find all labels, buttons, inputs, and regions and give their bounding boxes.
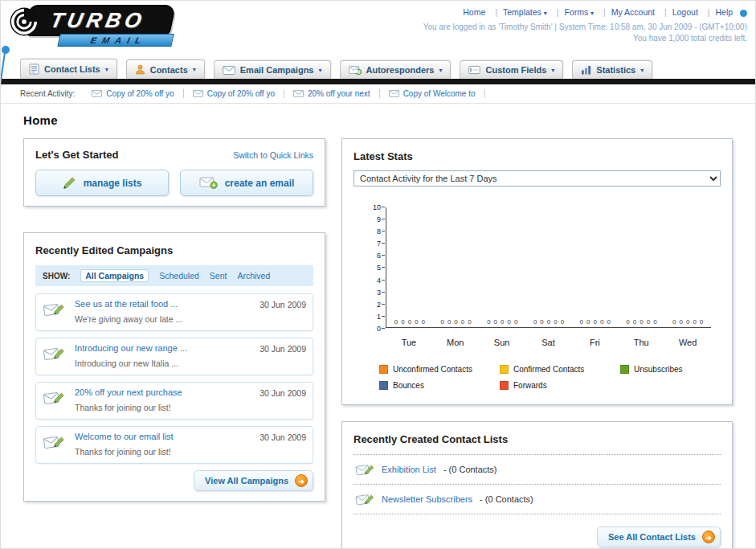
campaign-row: Introducing our new range ... Introducin… (35, 338, 313, 375)
top-nav-forms[interactable]: Forms ▾ (550, 7, 594, 17)
campaign-title-link[interactable]: 20% off your next purchase (75, 387, 251, 397)
chart-x-labels: TueMonSunSatFriThuWed (386, 338, 711, 347)
tab-email-campaigns[interactable]: Email Campaigns ▾ (214, 60, 331, 79)
bar-value-label: 0 (468, 318, 471, 326)
left-column: Let's Get Started Switch to Quick Links … (23, 138, 325, 502)
bar-group: 00000 (433, 318, 480, 326)
logo-swirl-icon (9, 6, 39, 37)
top-nav-home[interactable]: Home (463, 7, 485, 17)
activity-link[interactable]: Copy of 20% off yo (207, 89, 275, 98)
y-tick-label: 2 (370, 301, 386, 309)
campaign-title-link[interactable]: See us at the retail food ... (75, 299, 251, 309)
tab-custom-fields[interactable]: Custom Fields ▾ (460, 60, 563, 79)
contact-list-count: - (0 Contacts) (443, 465, 497, 474)
campaign-date: 30 Jun 2009 (259, 344, 306, 370)
main-content: Home Let's Get Started Switch to Quick L… (1, 104, 755, 549)
recent-activity-label: Recent Activity: (20, 89, 75, 98)
edit-list-icon (355, 461, 374, 477)
legend-label: Unconfirmed Contacts (393, 365, 472, 374)
tab-label: Email Campaigns (240, 65, 314, 75)
activity-link[interactable]: 20% off your next (308, 89, 370, 98)
filter-all-campaigns[interactable]: All Campaigns (80, 269, 149, 282)
contact-list-row: Exhibition List - (0 Contacts) (353, 454, 721, 484)
tab-contacts[interactable]: Contacts ▾ (126, 59, 205, 79)
campaigns-filter-bar: SHOW: All Campaigns Scheduled Sent Archi… (35, 265, 313, 286)
bar-value-label: 0 (607, 318, 610, 326)
top-nav-my-account[interactable]: My Account (596, 7, 655, 17)
contact-list-link[interactable]: Exhibition List (382, 465, 436, 474)
create-an-email-button[interactable]: create an email (180, 170, 313, 196)
tab-contact-lists[interactable]: Contact Lists ▾ (20, 59, 117, 79)
bar-value-label: 0 (700, 318, 703, 326)
filter-sent[interactable]: Sent (210, 271, 227, 281)
campaign-title-link[interactable]: Welcome to our email list (75, 432, 251, 441)
custom-fields-icon (468, 65, 480, 75)
manage-lists-button[interactable]: manage lists (35, 170, 169, 196)
email-icon (92, 90, 102, 97)
campaign-subtitle: Thanks for joining our list! (75, 447, 171, 457)
bar-group: 00000 (479, 318, 525, 326)
page: TURBO EMAIL Home Templates ▾ Forms ▾ My … (0, 0, 756, 549)
tab-autoresponders[interactable]: Autoresponders ▾ (340, 60, 452, 79)
filter-archived[interactable]: Archived (237, 271, 270, 281)
bar-value-label: 0 (686, 318, 689, 326)
recent-activity-item[interactable]: Copy of Welcome to (380, 89, 485, 98)
top-nav-templates[interactable]: Templates ▾ (488, 7, 547, 17)
campaign-subtitle: Thanks for joining our list! (75, 403, 171, 412)
bar-value-label: 0 (508, 318, 511, 326)
activity-link[interactable]: Copy of 20% off yo (106, 89, 174, 98)
edit-mail-icon (43, 387, 67, 414)
legend-item: Confirmed Contacts (500, 365, 620, 374)
top-nav-help[interactable]: Help (701, 7, 733, 17)
recent-activity-item[interactable]: Copy of 20% off yo (184, 89, 284, 98)
see-all-contact-lists-button[interactable]: See All Contact Lists ➜ (597, 526, 721, 547)
bar-value-label: 0 (586, 318, 590, 326)
legend-swatch (620, 365, 629, 374)
stats-period-select[interactable]: Contact Activity for the Last 7 Days (353, 170, 721, 186)
turbo-email-logo[interactable]: TURBO EMAIL (9, 5, 173, 52)
bar-value-label: 0 (454, 318, 457, 326)
top-nav-logout[interactable]: Logout (657, 7, 698, 17)
activity-link[interactable]: Copy of Welcome to (403, 89, 476, 98)
chart-plot-area: 00000000000000000000000000000000000 (386, 207, 711, 328)
tab-label: Statistics (596, 65, 635, 75)
statistics-icon (581, 65, 591, 75)
chevron-down-icon: ▾ (439, 67, 442, 74)
edit-mail-icon (43, 299, 67, 326)
switch-to-quick-links-link[interactable]: Switch to Quick Links (233, 150, 313, 160)
x-axis-label: Sat (525, 338, 572, 347)
campaign-subtitle: We're giving away our late ... (75, 314, 182, 324)
recent-activity-item[interactable]: Copy of 20% off yo (83, 89, 183, 98)
view-all-campaigns-button[interactable]: View All Campaigns ➜ (194, 470, 313, 491)
bar-value-label: 0 (554, 318, 557, 326)
arrow-right-icon: ➜ (295, 474, 308, 487)
edit-mail-icon (43, 343, 67, 370)
x-axis-label: Sun (479, 338, 525, 347)
y-tick-label: 8 (370, 227, 386, 236)
contact-list-count: - (0 Contacts) (480, 494, 533, 504)
get-started-title: Let's Get Started (35, 149, 119, 161)
logo-text: TURBO EMAIL (27, 5, 173, 47)
page-title: Home (23, 113, 733, 127)
bar-value-label: 0 (494, 318, 497, 326)
bar-value-label: 0 (533, 318, 537, 326)
x-axis-label: Fri (571, 338, 618, 347)
campaign-subtitle: Introducing our new Italia ... (75, 358, 178, 368)
filter-scheduled[interactable]: Scheduled (159, 271, 199, 281)
nav-divider-bar (1, 79, 755, 84)
contact-list-link[interactable]: Newsletter Subscribers (382, 494, 472, 504)
logo-antenna-dot-icon (2, 46, 10, 54)
chevron-down-icon: ▾ (193, 66, 196, 73)
campaign-title-link[interactable]: Introducing our new range ... (75, 343, 251, 353)
recent-activity-item[interactable]: 20% off your next (284, 89, 380, 98)
campaigns-panel-title: Recently Edited Campaigns (35, 244, 173, 256)
bar-value-label: 0 (653, 318, 656, 326)
tab-statistics[interactable]: Statistics ▾ (572, 60, 652, 79)
right-column: Latest Stats Contact Activity for the La… (341, 138, 733, 549)
autoresponders-icon (349, 65, 362, 75)
y-tick-label: 1 (370, 313, 386, 321)
contact-list: Exhibition List - (0 Contacts) Newslette… (353, 454, 721, 514)
header-right: Home Templates ▾ Forms ▾ My Account Logo… (173, 5, 749, 52)
email-campaigns-icon (223, 66, 235, 75)
y-tick-label: 5 (370, 264, 386, 272)
